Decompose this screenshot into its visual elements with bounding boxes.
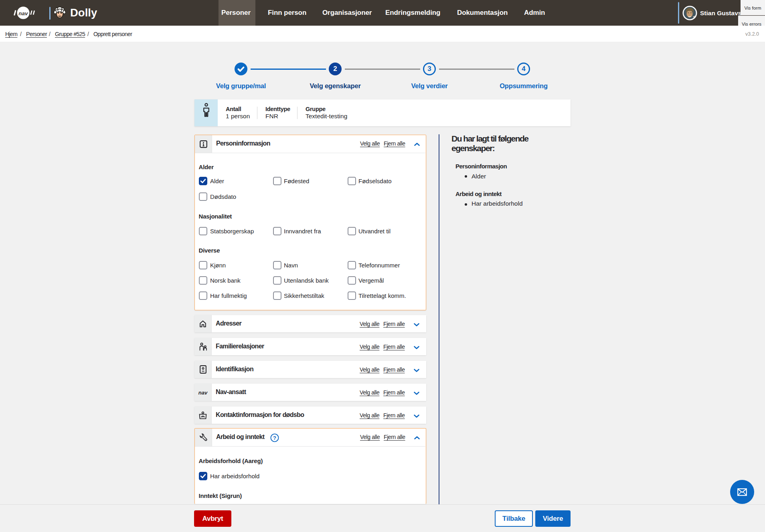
svg-text:nav: nav	[198, 390, 208, 395]
svg-text:nav: nav	[18, 10, 28, 16]
svg-text:?: ?	[273, 435, 276, 441]
